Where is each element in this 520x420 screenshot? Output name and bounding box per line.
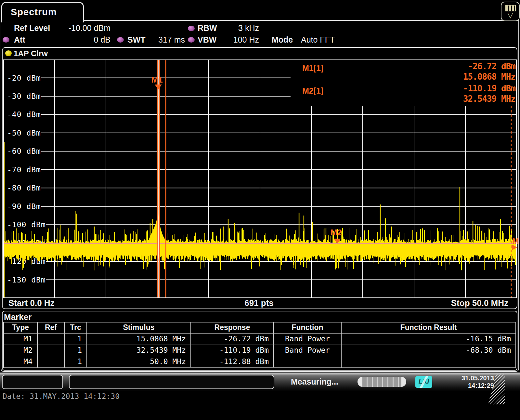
status-datetime: 31.05.2013 14:12:29 <box>442 374 494 389</box>
table-cell[interactable]: Band Power <box>274 334 342 345</box>
trace-label[interactable]: 1AP Clrw <box>14 49 48 58</box>
diagram-area: 1AP Clrw -20 dBm-30 dBm-40 dBm-50 dBm-60… <box>2 47 517 309</box>
m2-info-label[interactable]: M2[1] <box>302 86 323 96</box>
vbw-coupling-dot <box>188 37 195 43</box>
table-cell[interactable]: 15.0868 MHz <box>87 334 191 345</box>
table-cell[interactable]: 1 <box>65 356 87 368</box>
table-cell[interactable] <box>38 345 65 356</box>
status-time: 14:12:29 <box>442 382 494 389</box>
vbw-value[interactable]: 100 Hz <box>224 35 259 45</box>
table-cell[interactable] <box>274 356 342 368</box>
status-date: 31.05.2013 <box>442 374 494 382</box>
spectrum-grid[interactable]: -20 dBm-30 dBm-40 dBm-50 dBm-60 dBm-70 d… <box>3 59 517 298</box>
svg-text:-40 dBm: -40 dBm <box>7 110 41 119</box>
marker-m2-tag[interactable]: M2 <box>331 228 342 237</box>
column-header-response: Response <box>191 322 274 334</box>
table-cell[interactable]: 1 <box>65 334 87 345</box>
lxi-label: LXI <box>415 377 432 385</box>
rbw-coupling-dot <box>188 26 195 31</box>
m1-info-label[interactable]: M1[1] <box>302 63 323 73</box>
swt-label: SWT <box>127 35 146 45</box>
att-label: Att <box>14 35 25 45</box>
ref-level-value[interactable]: -10.00 dBm <box>60 23 110 33</box>
table-cell[interactable] <box>38 334 65 345</box>
column-header-function-result: Function Result <box>342 322 515 334</box>
ref-level-label: Ref Level <box>14 23 50 33</box>
measuring-status: Measuring... <box>291 377 338 387</box>
table-cell[interactable]: -16.15 dBm <box>342 334 515 345</box>
svg-text:-130 dBm: -130 dBm <box>7 276 46 284</box>
tab-spectrum[interactable]: Spectrum <box>1 2 84 22</box>
att-coupling-dot <box>3 37 9 43</box>
stop-frequency[interactable]: Stop 50.0 MHz <box>451 298 508 308</box>
table-cell[interactable]: -110.19 dBm <box>191 345 274 356</box>
svg-text:-20 dBm: -20 dBm <box>7 74 41 82</box>
table-cell[interactable]: -112.88 dBm <box>191 356 274 368</box>
sweep-points: 691 pts <box>3 298 515 308</box>
mode-value[interactable]: Auto FFT <box>301 35 335 45</box>
table-cell[interactable]: M2 <box>4 345 38 356</box>
table-cell[interactable] <box>342 356 515 368</box>
display-toolbar-button[interactable]: ▽ <box>501 2 520 21</box>
m1-info-freq: 15.0868 MHz <box>463 72 515 82</box>
sweep-progress-bar <box>358 377 406 387</box>
column-header-type: Type <box>4 322 38 334</box>
svg-text:-50 dBm: -50 dBm <box>7 129 41 137</box>
table-cell[interactable]: -68.30 dBm <box>342 345 515 356</box>
status-bar: Measuring... LXI 31.05.2013 14:12:29 <box>0 373 520 391</box>
marker-table-panel: Marker TypeRefTrcStimulusResponseFunctio… <box>2 311 517 371</box>
column-header-function: Function <box>274 322 342 334</box>
lxi-icon: LXI <box>415 376 432 388</box>
frequency-axis-bar: Start 0.0 Hz 691 pts Stop 50.0 MHz <box>3 298 515 308</box>
marker-table: TypeRefTrcStimulusResponseFunctionFuncti… <box>3 322 516 368</box>
table-cell[interactable]: M4 <box>4 356 38 368</box>
column-header-ref: Ref <box>38 322 65 334</box>
instrument-screen: Spectrum ▽ Ref Level -10.00 dBm RBW 3 kH… <box>0 0 520 420</box>
table-cell[interactable] <box>38 356 65 368</box>
marker-m2-triangle-icon[interactable] <box>334 239 341 243</box>
att-value[interactable]: 0 dB <box>60 35 110 45</box>
tab-title: Spectrum <box>11 7 57 18</box>
table-cell[interactable]: -26.72 dBm <box>191 334 274 345</box>
swt-value[interactable]: 317 ms <box>150 35 185 45</box>
table-cell[interactable]: 32.5439 MHz <box>87 345 191 356</box>
softkey-grid-icon <box>505 5 516 11</box>
m2-info-freq: 32.5439 MHz <box>463 94 515 104</box>
hardcopy-date-line: Date: 31.MAY.2013 14:12:30 <box>3 392 120 400</box>
marker-info-block: M1[1] -26.72 dBm 15.0868 MHz M2[1] -110.… <box>291 60 516 106</box>
m2-info-level: -110.19 dBm <box>463 84 515 93</box>
table-cell[interactable]: 50.0 MHz <box>87 356 191 368</box>
marker-m4-arrow-icon[interactable] <box>512 244 517 250</box>
svg-text:-60 dBm: -60 dBm <box>7 147 41 155</box>
table-cell[interactable]: 1 <box>65 345 87 356</box>
svg-text:-90 dBm: -90 dBm <box>7 202 41 211</box>
marker-m1-triangle-icon[interactable] <box>155 85 162 89</box>
svg-text:-70 dBm: -70 dBm <box>7 165 41 174</box>
marker-table-title: Marker <box>4 312 32 322</box>
m1-info-level: -26.72 dBm <box>468 61 515 71</box>
progress-segments <box>362 377 401 387</box>
mode-label: Mode <box>272 35 293 45</box>
status-field-message[interactable] <box>69 375 274 389</box>
marker-m1-tag[interactable]: M1 <box>151 75 163 85</box>
table-cell[interactable]: M1 <box>4 334 38 345</box>
status-field-left[interactable] <box>2 375 63 389</box>
table-cell[interactable]: Band Power <box>274 345 342 356</box>
rbw-label: RBW <box>198 23 217 33</box>
swt-coupling-dot <box>117 37 124 43</box>
rbw-value[interactable]: 3 kHz <box>224 23 259 33</box>
column-header-stimulus: Stimulus <box>87 322 191 334</box>
svg-text:-100 dBm: -100 dBm <box>7 220 46 229</box>
svg-text:-80 dBm: -80 dBm <box>7 184 41 192</box>
svg-text:-30 dBm: -30 dBm <box>7 92 41 100</box>
trace1-color-dot <box>5 50 12 56</box>
chevron-down-icon: ▽ <box>501 11 519 19</box>
column-header-trc: Trc <box>65 322 87 334</box>
vbw-label: VBW <box>198 35 216 45</box>
